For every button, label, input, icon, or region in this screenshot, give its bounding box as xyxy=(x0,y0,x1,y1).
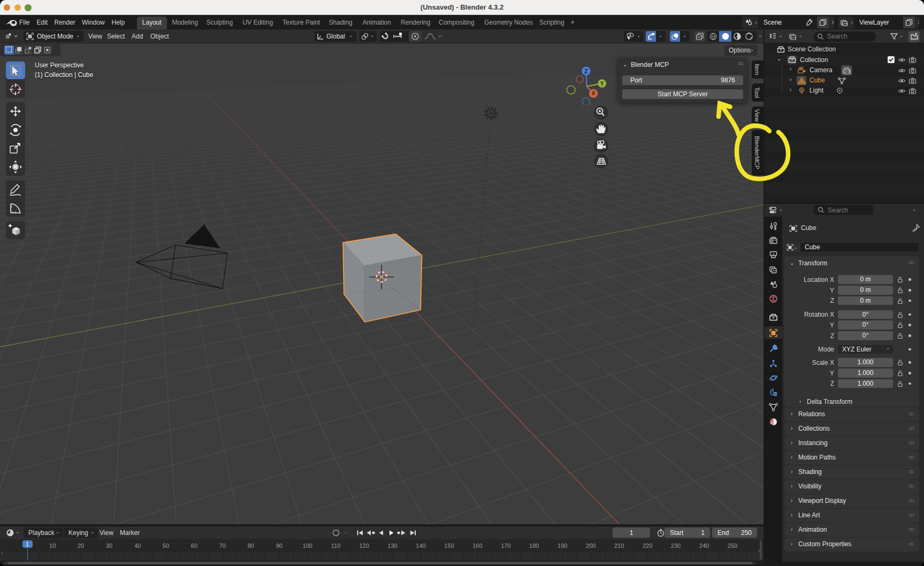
svg-text:Y: Y xyxy=(600,81,604,87)
svg-text:Z: Z xyxy=(584,68,587,74)
svg-text:X: X xyxy=(592,90,595,96)
